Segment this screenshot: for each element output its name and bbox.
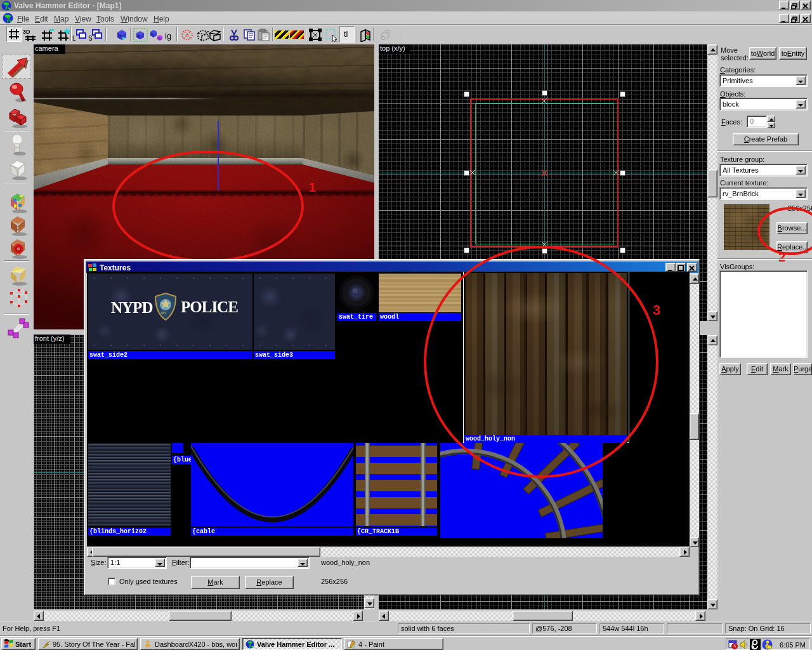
svg-text:L: L: [72, 35, 76, 42]
svg-text:2: 2: [778, 250, 785, 264]
svg-text:3D: 3D: [23, 29, 30, 35]
svg-text:1: 1: [309, 180, 316, 194]
svg-text:NY: NY: [161, 311, 166, 315]
svg-text:ig: ig: [165, 31, 171, 41]
svg-text:S: S: [88, 35, 93, 42]
